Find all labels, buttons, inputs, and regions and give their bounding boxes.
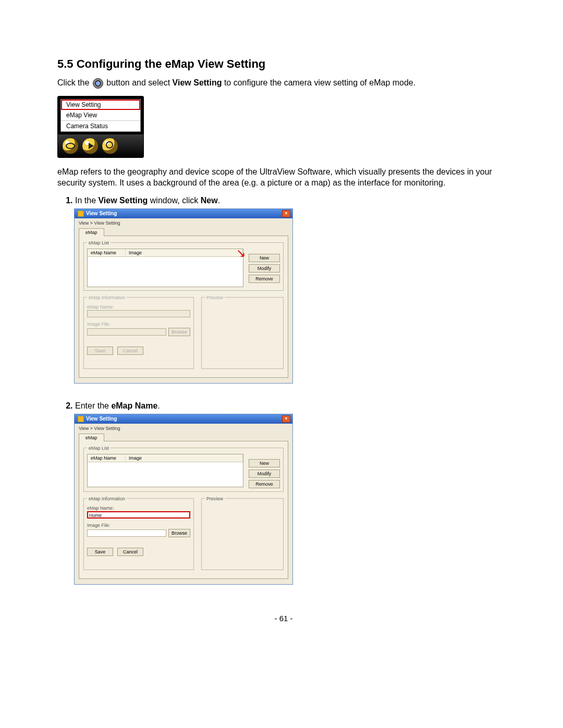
col-emap-name: eMap Name	[88, 249, 126, 256]
step-1: In the View Setting window, click New. V…	[75, 196, 510, 397]
label-image-file: Image File:	[87, 523, 190, 528]
remove-button[interactable]: Remove	[249, 275, 280, 283]
intro-paragraph: Click the button and select View Setting…	[57, 77, 510, 89]
emap-info-group: eMap Information eMap Name: Home Image F…	[83, 496, 194, 570]
section-heading: 5.5 Configuring the eMap View Setting	[57, 57, 510, 71]
modify-button[interactable]: Modify	[249, 470, 280, 478]
step-text: Enter the	[75, 401, 109, 410]
breadcrumb: View > View Setting	[75, 218, 292, 228]
step-text: In the	[75, 196, 96, 205]
steps-list: In the View Setting window, click New. V…	[57, 196, 510, 598]
group-legend: Preview	[205, 496, 225, 501]
step-text: .	[218, 196, 220, 205]
menu-item-emap-view[interactable]: eMap View	[61, 110, 140, 121]
emap-list-group: eMap List eMap Name Image New Modify	[83, 240, 284, 291]
menu-item-camera-status[interactable]: Camera Status	[61, 121, 140, 131]
step-2: Enter the eMap Name. View Setting × View…	[75, 401, 510, 598]
step-bold: New	[201, 196, 218, 205]
preview-group: Preview	[201, 295, 284, 369]
page-number: - 61 -	[57, 614, 510, 623]
breadcrumb: View > View Setting	[75, 424, 292, 433]
intro-text: to configure the camera view setting of …	[224, 78, 415, 87]
view-setting-window-1: View Setting × View > View Setting eMap …	[74, 208, 293, 384]
toolbar-row	[58, 134, 143, 157]
intro-text: Click the	[57, 78, 89, 87]
emap-description: eMap refers to the geography and device …	[57, 166, 510, 189]
step-bold: eMap Name	[111, 401, 157, 410]
group-legend: Preview	[205, 295, 225, 300]
modify-button[interactable]: Modify	[249, 264, 280, 273]
image-file-input	[87, 328, 166, 336]
tab-emap[interactable]: eMap	[79, 228, 104, 236]
play-button[interactable]	[82, 138, 99, 154]
emap-name-input[interactable]: Home	[87, 511, 190, 519]
search-button[interactable]	[102, 138, 118, 154]
window-titlebar: View Setting ×	[75, 414, 292, 424]
app-icon	[78, 211, 84, 217]
browse-button[interactable]: Browse	[168, 529, 190, 537]
view-setting-window-2: View Setting × View > View Setting eMap …	[74, 414, 293, 585]
new-button[interactable]: New	[249, 459, 280, 467]
close-icon[interactable]: ×	[282, 210, 290, 217]
intro-bold: View Setting	[173, 78, 222, 87]
col-image: Image	[126, 249, 243, 256]
view-mode-icon	[93, 78, 103, 89]
label-emap-name: eMap Name:	[87, 505, 190, 511]
intro-text: button and select	[106, 78, 170, 87]
remove-button[interactable]: Remove	[249, 480, 280, 488]
emap-list-group: eMap List eMap Name Image New Modify	[83, 446, 284, 492]
step-text: .	[157, 401, 160, 410]
emap-list[interactable]: eMap Name Image	[87, 249, 243, 287]
step-text: window, click	[150, 196, 198, 205]
group-legend: eMap List	[87, 446, 111, 451]
group-legend: eMap List	[87, 240, 111, 245]
preview-group: Preview	[201, 496, 284, 570]
view-mode-button[interactable]	[62, 138, 79, 154]
menu-item-view-setting[interactable]: View Setting	[61, 100, 140, 110]
window-title: View Setting	[86, 211, 117, 216]
col-emap-name: eMap Name	[88, 454, 126, 462]
tab-emap[interactable]: eMap	[79, 434, 104, 441]
new-button[interactable]: New	[249, 254, 280, 262]
label-emap-name: eMap Name:	[87, 304, 190, 310]
app-icon	[78, 416, 84, 422]
group-legend: eMap Information	[87, 496, 127, 501]
cancel-button[interactable]: Cancel	[117, 347, 143, 355]
window-titlebar: View Setting ×	[75, 209, 292, 218]
save-button[interactable]: Save	[87, 347, 113, 355]
group-legend: eMap Information	[87, 295, 127, 300]
context-menu-mock: View Setting eMap View Camera Status	[57, 96, 144, 158]
label-image-file: Image File:	[87, 322, 190, 327]
window-title: View Setting	[86, 416, 117, 422]
emap-list[interactable]: eMap Name Image	[87, 454, 243, 487]
step-bold: View Setting	[98, 196, 148, 205]
col-image: Image	[126, 454, 243, 462]
close-icon[interactable]: ×	[282, 415, 290, 423]
browse-button[interactable]: Browse	[168, 328, 190, 336]
emap-info-group: eMap Information eMap Name: Image File: …	[83, 295, 194, 369]
image-file-input[interactable]	[87, 529, 166, 537]
save-button[interactable]: Save	[87, 548, 113, 556]
cancel-button[interactable]: Cancel	[117, 548, 143, 556]
emap-name-input	[87, 310, 190, 317]
